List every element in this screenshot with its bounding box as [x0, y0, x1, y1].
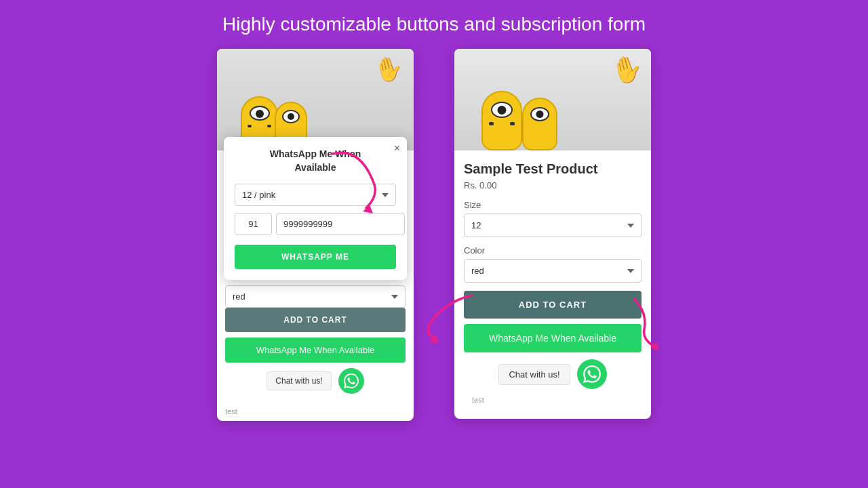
whatsapp-me-button[interactable]: WHATSAPP ME: [235, 245, 396, 269]
modal-phone-code-input[interactable]: [235, 213, 272, 235]
page-title: Highly customizable buttons and subscrip…: [222, 14, 646, 35]
svg-marker-1: [429, 335, 439, 343]
panel-1: ✋ × WhatsApp Me WhenAvailable 12 / pink …: [217, 49, 414, 421]
modal-phone-number-input[interactable]: [276, 213, 405, 235]
panel-2-body: Sample Test Product Rs. 0.00 Size 12 Col…: [454, 150, 651, 419]
panels-wrapper: ✋ × WhatsApp Me WhenAvailable 12 / pink …: [217, 49, 651, 421]
panel-2-footer: test: [464, 393, 642, 409]
product-title: Sample Test Product: [464, 160, 642, 178]
chat-row-1: Chat with us!: [225, 368, 406, 394]
color-select-2[interactable]: red: [464, 259, 642, 283]
chat-row-2: Chat with us!: [464, 359, 642, 389]
panel-1-wrapper: ✋ × WhatsApp Me WhenAvailable 12 / pink …: [217, 49, 414, 421]
panel-1-footer: test: [217, 405, 414, 421]
size-label: Size: [464, 200, 642, 210]
panel-1-image: ✋: [217, 49, 414, 150]
whatsapp-circle-icon-1[interactable]: [338, 368, 364, 394]
panel-2-wrapper: ✋ Sample Test Product Rs. 0.00 Size 12 C…: [454, 49, 651, 421]
whatsapp-circle-icon-2[interactable]: [577, 359, 607, 389]
minion-scene-1: ✋: [217, 49, 414, 150]
whatsapp-available-button-1[interactable]: WhatsApp Me When Available: [225, 338, 406, 363]
add-to-cart-button-1[interactable]: ADD TO CART: [225, 308, 406, 332]
chat-with-us-button-2[interactable]: Chat with us!: [498, 364, 570, 385]
color-select-1[interactable]: red: [225, 285, 406, 308]
modal-title: WhatsApp Me WhenAvailable: [235, 148, 396, 174]
panel-2: ✋ Sample Test Product Rs. 0.00 Size 12 C…: [454, 49, 651, 419]
modal-phone-row: [235, 213, 396, 235]
whatsapp-available-button-2[interactable]: WhatsApp Me When Available: [464, 324, 642, 352]
panel-1-bottom: red ADD TO CART WhatsApp Me When Availab…: [217, 280, 414, 405]
modal-close-button[interactable]: ×: [394, 142, 400, 155]
add-to-cart-button-2[interactable]: ADD TO CART: [464, 291, 642, 319]
panel-2-image: ✋: [454, 49, 651, 150]
size-select[interactable]: 12: [464, 214, 642, 237]
svg-marker-2: [650, 342, 658, 350]
color-label: Color: [464, 245, 642, 256]
product-price: Rs. 0.00: [464, 180, 642, 190]
chat-with-us-button-1[interactable]: Chat with us!: [267, 371, 331, 390]
whatsapp-modal: × WhatsApp Me WhenAvailable 12 / pink WH…: [224, 137, 407, 280]
modal-variant-select[interactable]: 12 / pink: [235, 184, 396, 206]
